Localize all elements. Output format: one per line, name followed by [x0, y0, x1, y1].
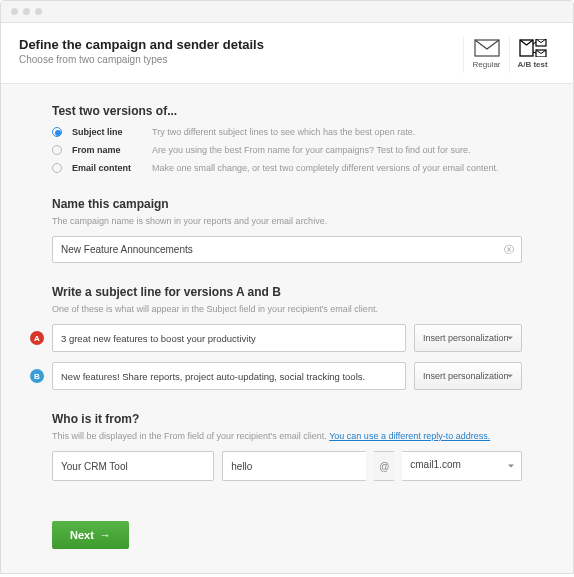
- next-button[interactable]: Next →: [52, 521, 129, 549]
- dot-max[interactable]: [35, 8, 42, 15]
- envelope-icon: [474, 39, 500, 57]
- radio-from-name[interactable]: From name Are you using the best From na…: [52, 141, 522, 159]
- radio-desc: Make one small change, or test two compl…: [152, 163, 499, 173]
- name-campaign-title: Name this campaign: [52, 197, 522, 211]
- radio-label: Subject line: [72, 127, 142, 137]
- arrow-right-icon: →: [100, 529, 111, 541]
- radio-icon: [52, 163, 62, 173]
- subject-a-input[interactable]: [52, 324, 406, 352]
- from-name-input[interactable]: [52, 451, 214, 481]
- from-title: Who is it from?: [52, 412, 522, 426]
- radio-desc: Try two different subject lines to see w…: [152, 127, 415, 137]
- radio-icon: [52, 145, 62, 155]
- radio-subject-line[interactable]: Subject line Try two different subject l…: [52, 123, 522, 141]
- page-title: Define the campaign and sender details: [19, 37, 463, 52]
- tab-regular[interactable]: Regular: [463, 37, 509, 73]
- window-dots: [1, 1, 573, 23]
- campaign-name-input[interactable]: [52, 236, 522, 263]
- radio-email-content[interactable]: Email content Make one small change, or …: [52, 159, 522, 177]
- test-versions-title: Test two versions of...: [52, 104, 522, 118]
- campaign-type-tabs: Regular A/B test: [463, 37, 555, 73]
- from-domain-select[interactable]: cmail1.com: [402, 451, 522, 481]
- tab-abtest[interactable]: A/B test: [509, 37, 555, 73]
- from-row: @ cmail1.com: [52, 451, 522, 481]
- ab-test-icon: [519, 39, 547, 57]
- subject-row-a: A Insert personalization: [52, 324, 522, 352]
- page-subtitle: Choose from two campaign types: [19, 54, 463, 65]
- clear-icon[interactable]: ⓧ: [504, 243, 514, 257]
- test-versions-options: Subject line Try two different subject l…: [52, 123, 522, 177]
- svg-rect-1: [520, 40, 533, 56]
- from-sub: This will be displayed in the From field…: [52, 431, 522, 441]
- radio-label: From name: [72, 145, 142, 155]
- from-sub-text: This will be displayed in the From field…: [52, 431, 329, 441]
- insert-personalization-b[interactable]: Insert personalization: [414, 362, 522, 390]
- subject-title: Write a subject line for versions A and …: [52, 285, 522, 299]
- tab-abtest-label: A/B test: [517, 60, 547, 69]
- dot-min[interactable]: [23, 8, 30, 15]
- insert-personalization-a[interactable]: Insert personalization: [414, 324, 522, 352]
- at-symbol: @: [374, 451, 394, 481]
- radio-desc: Are you using the best From name for you…: [152, 145, 471, 155]
- next-button-label: Next: [70, 529, 94, 541]
- from-email-input[interactable]: [222, 451, 366, 481]
- radio-icon: [52, 127, 62, 137]
- name-campaign-sub: The campaign name is shown in your repor…: [52, 216, 522, 226]
- badge-a: A: [30, 331, 44, 345]
- reply-to-link[interactable]: You can use a different reply-to address…: [329, 431, 490, 441]
- subject-sub: One of these is what will appear in the …: [52, 304, 522, 314]
- window: Define the campaign and sender details C…: [0, 0, 574, 574]
- subject-b-input[interactable]: [52, 362, 406, 390]
- radio-label: Email content: [72, 163, 142, 173]
- badge-b: B: [30, 369, 44, 383]
- subject-row-b: B Insert personalization: [52, 362, 522, 390]
- tab-regular-label: Regular: [472, 60, 500, 69]
- page-header: Define the campaign and sender details C…: [1, 23, 573, 83]
- dot-close[interactable]: [11, 8, 18, 15]
